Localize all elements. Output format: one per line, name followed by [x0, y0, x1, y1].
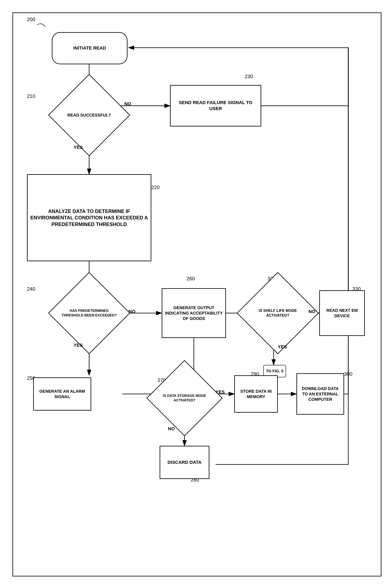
ref-210: 210: [27, 93, 35, 99]
shelf-life-label: IS SHELF LIFE MODE ACTIVATED?: [250, 308, 306, 318]
alarm-node: GENERATE AN ALARM SIGNAL: [33, 377, 91, 410]
ref-200-line: [35, 20, 48, 28]
flowchart-diagram: 200 INITIATE READ 210 READ SUCCESSFUL? Y…: [0, 0, 392, 587]
initiate-read-label: INITIATE READ: [72, 44, 108, 53]
read-next-label: READ NEXT EM DEVICE: [320, 306, 364, 320]
send-failure-node: SEND READ FAILURE SIGNAL TO USER: [170, 85, 261, 126]
alarm-label: GENERATE AN ALARM SIGNAL: [34, 387, 90, 401]
read-next-node: READ NEXT EM DEVICE: [319, 290, 365, 336]
no-label-270: NO: [168, 426, 175, 432]
exceeded-label: HAS PREDETERMINED THRESHOLD BEEN EXCEEDE…: [61, 308, 118, 318]
discard-node: DISCARD DATA: [160, 446, 209, 479]
shelf-life-node: IS SHELF LIFE MODE ACTIVATED?: [237, 272, 319, 354]
ref-200: 200: [27, 16, 35, 22]
ref-240: 240: [27, 286, 35, 292]
initiate-read-node: INITIATE READ: [52, 32, 128, 64]
yes-label-240: YES: [74, 342, 83, 348]
analyze-data-label: ANALYZE DATA TO DETERMINE IF ENVIRONMENT…: [28, 206, 151, 229]
ref-260: 260: [186, 276, 195, 282]
download-label: DOWNLOAD DATA TO AN EXTERNAL COMPUTER: [297, 384, 344, 404]
yes-label-210: YES: [74, 145, 83, 150]
ref-300: 300: [344, 371, 352, 377]
generate-output-node: GENERATE OUTPUT INDICATING ACCEPTABILITY…: [162, 288, 226, 338]
discard-label: DISCARD DATA: [166, 458, 203, 467]
store-data-node: STORE DATA IN MEMORY: [234, 375, 278, 412]
analyze-data-node: ANALYZE DATA TO DETERMINE IF ENVIRONMENT…: [27, 174, 151, 261]
read-successful-label: READ SUCCESSFUL?: [67, 112, 111, 118]
read-successful-node: READ SUCCESSFUL?: [48, 74, 130, 156]
data-storage-node: IS DATA STORAGE MODE ACTIVATED?: [146, 360, 223, 436]
yes-label-270: YES: [216, 390, 225, 395]
exceeded-node: HAS PREDETERMINED THRESHOLD BEEN EXCEEDE…: [48, 272, 130, 354]
download-node: DOWNLOAD DATA TO AN EXTERNAL COMPUTER: [296, 373, 344, 415]
yes-label-320: YES: [278, 344, 287, 350]
send-failure-label: SEND READ FAILURE SIGNAL TO USER: [170, 98, 260, 113]
no-label-320: NO: [308, 309, 315, 314]
no-label-240: NO: [128, 309, 135, 314]
ref-230: 230: [244, 74, 253, 80]
store-data-label: STORE DATA IN MEMORY: [235, 387, 277, 401]
ref-220: 220: [151, 184, 160, 190]
no-label-210: NO: [124, 101, 131, 106]
generate-output-label: GENERATE OUTPUT INDICATING ACCEPTABILITY…: [162, 303, 225, 323]
data-storage-label: IS DATA STORAGE MODE ACTIVATED?: [158, 394, 211, 403]
to-fig5-label: TO FIG. 5: [265, 368, 284, 375]
